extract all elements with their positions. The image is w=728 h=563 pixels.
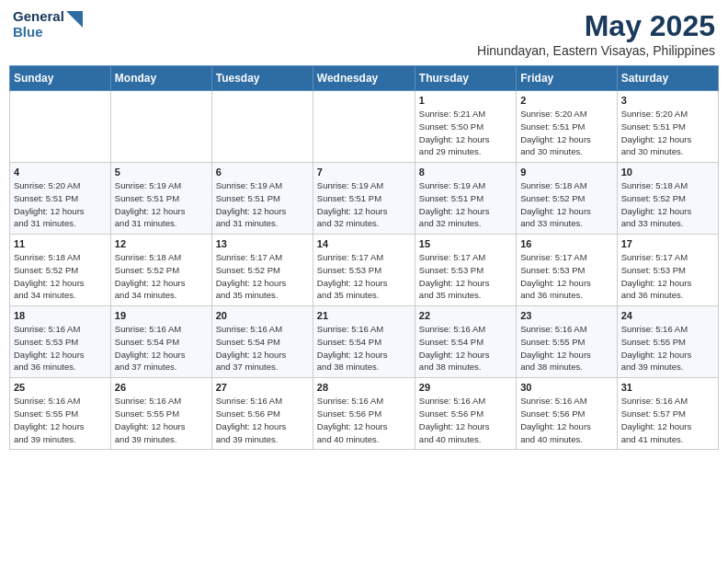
header-wednesday: Wednesday [313,66,415,91]
day-number: 5 [115,167,208,178]
day-info: Sunrise: 5:16 AM Sunset: 5:55 PM Dayligh… [520,323,612,373]
header-thursday: Thursday [415,66,516,91]
logo-line2: Blue [13,25,64,40]
day-number: 30 [520,382,612,393]
day-number: 8 [419,167,512,178]
calendar-cell: 15Sunrise: 5:17 AM Sunset: 5:53 PM Dayli… [415,235,516,306]
subtitle: Hinundayan, Eastern Visayas, Philippines [477,43,715,58]
day-info: Sunrise: 5:16 AM Sunset: 5:57 PM Dayligh… [621,395,714,445]
day-number: 17 [621,238,714,249]
day-info: Sunrise: 5:21 AM Sunset: 5:50 PM Dayligh… [419,108,512,158]
week-row-5: 25Sunrise: 5:16 AM Sunset: 5:55 PM Dayli… [10,378,719,450]
calendar-cell: 10Sunrise: 5:18 AM Sunset: 5:52 PM Dayli… [617,163,718,235]
day-number: 31 [621,382,714,393]
day-number: 21 [317,310,411,321]
week-row-1: 1Sunrise: 5:21 AM Sunset: 5:50 PM Daylig… [10,91,719,163]
day-number: 10 [621,167,714,178]
calendar-cell: 14Sunrise: 5:17 AM Sunset: 5:53 PM Dayli… [313,235,415,306]
day-number: 12 [115,238,208,249]
day-info: Sunrise: 5:17 AM Sunset: 5:53 PM Dayligh… [419,251,512,302]
calendar-header: SundayMondayTuesdayWednesdayThursdayFrid… [10,66,719,91]
day-number: 18 [14,310,107,321]
calendar-cell: 2Sunrise: 5:20 AM Sunset: 5:51 PM Daylig… [517,91,617,163]
header-monday: Monday [110,66,211,91]
day-info: Sunrise: 5:16 AM Sunset: 5:53 PM Dayligh… [14,323,107,373]
day-number: 19 [115,310,208,321]
calendar-cell: 31Sunrise: 5:16 AM Sunset: 5:57 PM Dayli… [617,378,718,450]
svg-marker-0 [66,11,83,28]
day-number: 3 [621,95,714,106]
calendar-cell [110,91,211,163]
calendar-cell: 18Sunrise: 5:16 AM Sunset: 5:53 PM Dayli… [10,306,111,378]
day-number: 6 [216,167,309,178]
calendar-cell: 24Sunrise: 5:16 AM Sunset: 5:55 PM Dayli… [617,306,718,378]
header-sunday: Sunday [10,66,111,91]
day-info: Sunrise: 5:16 AM Sunset: 5:56 PM Dayligh… [419,395,512,445]
calendar-cell: 29Sunrise: 5:16 AM Sunset: 5:56 PM Dayli… [415,378,516,450]
calendar-cell [313,91,415,163]
day-info: Sunrise: 5:16 AM Sunset: 5:54 PM Dayligh… [317,323,411,373]
calendar-cell: 17Sunrise: 5:17 AM Sunset: 5:53 PM Dayli… [617,235,718,306]
calendar-cell: 30Sunrise: 5:16 AM Sunset: 5:56 PM Dayli… [517,378,617,450]
week-row-3: 11Sunrise: 5:18 AM Sunset: 5:52 PM Dayli… [10,235,719,306]
day-number: 1 [419,95,512,106]
calendar-cell: 6Sunrise: 5:19 AM Sunset: 5:51 PM Daylig… [211,163,313,235]
day-info: Sunrise: 5:18 AM Sunset: 5:52 PM Dayligh… [115,251,208,302]
day-number: 2 [520,95,612,106]
calendar-cell: 13Sunrise: 5:17 AM Sunset: 5:52 PM Dayli… [211,235,313,306]
day-number: 22 [419,310,512,321]
day-number: 27 [216,382,309,393]
logo: General Blue [13,9,83,40]
calendar-cell: 19Sunrise: 5:16 AM Sunset: 5:54 PM Dayli… [110,306,211,378]
day-info: Sunrise: 5:16 AM Sunset: 5:56 PM Dayligh… [520,395,612,445]
day-number: 7 [317,167,411,178]
day-info: Sunrise: 5:18 AM Sunset: 5:52 PM Dayligh… [14,251,107,302]
calendar-cell: 5Sunrise: 5:19 AM Sunset: 5:51 PM Daylig… [110,163,211,235]
day-info: Sunrise: 5:16 AM Sunset: 5:56 PM Dayligh… [216,395,309,445]
day-number: 14 [317,238,411,249]
logo-wordmark: General Blue [13,9,83,40]
calendar-cell: 20Sunrise: 5:16 AM Sunset: 5:54 PM Dayli… [211,306,313,378]
day-info: Sunrise: 5:19 AM Sunset: 5:51 PM Dayligh… [419,179,512,230]
calendar-cell [10,91,111,163]
day-info: Sunrise: 5:16 AM Sunset: 5:55 PM Dayligh… [115,395,208,445]
day-number: 24 [621,310,714,321]
calendar-table: SundayMondayTuesdayWednesdayThursdayFrid… [9,65,719,450]
calendar-cell: 25Sunrise: 5:16 AM Sunset: 5:55 PM Dayli… [10,378,111,450]
day-number: 16 [520,238,612,249]
header-saturday: Saturday [617,66,718,91]
day-number: 15 [419,238,512,249]
calendar-cell: 27Sunrise: 5:16 AM Sunset: 5:56 PM Dayli… [211,378,313,450]
day-info: Sunrise: 5:16 AM Sunset: 5:54 PM Dayligh… [216,323,309,373]
day-info: Sunrise: 5:16 AM Sunset: 5:54 PM Dayligh… [115,323,208,373]
day-info: Sunrise: 5:17 AM Sunset: 5:52 PM Dayligh… [216,251,309,302]
day-info: Sunrise: 5:16 AM Sunset: 5:56 PM Dayligh… [317,395,411,445]
week-row-2: 4Sunrise: 5:20 AM Sunset: 5:51 PM Daylig… [10,163,719,235]
day-info: Sunrise: 5:16 AM Sunset: 5:54 PM Dayligh… [419,323,512,373]
day-info: Sunrise: 5:17 AM Sunset: 5:53 PM Dayligh… [520,251,612,302]
day-number: 11 [14,238,107,249]
main-title: May 2025 [477,9,715,43]
day-info: Sunrise: 5:16 AM Sunset: 5:55 PM Dayligh… [14,395,107,445]
logo-line1: General [13,9,64,25]
day-number: 9 [520,167,612,178]
day-info: Sunrise: 5:18 AM Sunset: 5:52 PM Dayligh… [621,179,714,230]
day-info: Sunrise: 5:17 AM Sunset: 5:53 PM Dayligh… [317,251,411,302]
day-number: 20 [216,310,309,321]
day-number: 13 [216,238,309,249]
logo-triangle-icon [66,11,83,37]
calendar-cell: 9Sunrise: 5:18 AM Sunset: 5:52 PM Daylig… [517,163,617,235]
day-info: Sunrise: 5:20 AM Sunset: 5:51 PM Dayligh… [520,108,612,158]
header-tuesday: Tuesday [211,66,313,91]
calendar-cell: 8Sunrise: 5:19 AM Sunset: 5:51 PM Daylig… [415,163,516,235]
calendar-cell: 22Sunrise: 5:16 AM Sunset: 5:54 PM Dayli… [415,306,516,378]
header-friday: Friday [517,66,617,91]
day-number: 28 [317,382,411,393]
day-info: Sunrise: 5:18 AM Sunset: 5:52 PM Dayligh… [520,179,612,230]
day-number: 4 [14,167,107,178]
calendar-cell: 11Sunrise: 5:18 AM Sunset: 5:52 PM Dayli… [10,235,111,306]
calendar-cell: 1Sunrise: 5:21 AM Sunset: 5:50 PM Daylig… [415,91,516,163]
day-info: Sunrise: 5:20 AM Sunset: 5:51 PM Dayligh… [14,179,107,230]
calendar-cell: 4Sunrise: 5:20 AM Sunset: 5:51 PM Daylig… [10,163,111,235]
calendar-cell: 23Sunrise: 5:16 AM Sunset: 5:55 PM Dayli… [517,306,617,378]
